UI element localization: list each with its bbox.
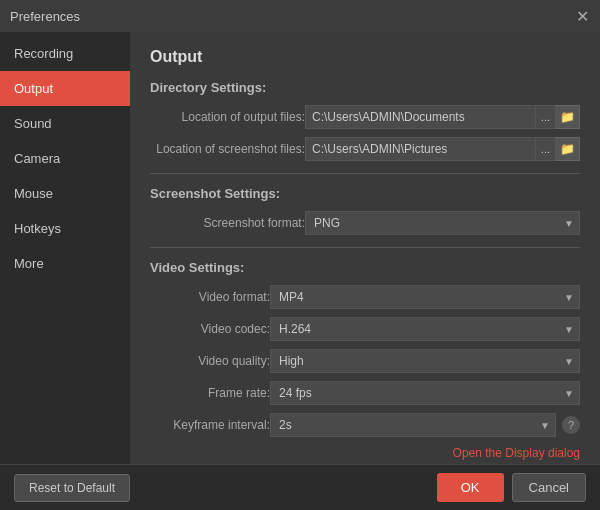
output-files-input-group: ... 📁 <box>305 105 580 129</box>
video-quality-select-wrapper: High Medium Low ▼ <box>270 349 580 373</box>
main-content: Recording Output Sound Camera Mouse Hotk… <box>0 32 600 464</box>
page-title: Output <box>150 48 580 66</box>
screenshot-format-label: Screenshot format: <box>150 216 305 230</box>
close-button[interactable]: ✕ <box>574 8 590 24</box>
frame-rate-row: Frame rate: 24 fps 30 fps 60 fps ▼ <box>150 381 580 405</box>
screenshot-format-select[interactable]: PNG JPG BMP <box>305 211 580 235</box>
reset-button[interactable]: Reset to Default <box>14 474 130 502</box>
screenshot-format-row: Screenshot format: PNG JPG BMP ▼ <box>150 211 580 235</box>
video-quality-row: Video quality: High Medium Low ▼ <box>150 349 580 373</box>
footer-right: OK Cancel <box>437 473 586 502</box>
video-codec-select-wrapper: H.264 H.265 VP9 ▼ <box>270 317 580 341</box>
ok-button[interactable]: OK <box>437 473 504 502</box>
screenshot-files-label: Location of screenshot files: <box>150 142 305 156</box>
screenshot-files-folder-button[interactable]: 📁 <box>556 137 580 161</box>
output-files-row: Location of output files: ... 📁 <box>150 105 580 129</box>
sidebar-item-sound[interactable]: Sound <box>0 106 130 141</box>
video-codec-row: Video codec: H.264 H.265 VP9 ▼ <box>150 317 580 341</box>
keyframe-select[interactable]: 2s 5s 10s <box>270 413 556 437</box>
display-dialog-link[interactable]: Open the Display dialog <box>453 446 580 460</box>
frame-rate-label: Frame rate: <box>150 386 270 400</box>
video-format-label: Video format: <box>150 290 270 304</box>
frame-rate-select-wrapper: 24 fps 30 fps 60 fps ▼ <box>270 381 580 405</box>
frame-rate-select[interactable]: 24 fps 30 fps 60 fps <box>270 381 580 405</box>
video-quality-label: Video quality: <box>150 354 270 368</box>
divider-2 <box>150 247 580 248</box>
keyframe-help-icon[interactable]: ? <box>562 416 580 434</box>
sidebar-item-hotkeys[interactable]: Hotkeys <box>0 211 130 246</box>
screenshot-files-input-group: ... 📁 <box>305 137 580 161</box>
output-files-label: Location of output files: <box>150 110 305 124</box>
content-area: Output Directory Settings: Location of o… <box>130 32 600 464</box>
screenshot-files-row: Location of screenshot files: ... 📁 <box>150 137 580 161</box>
display-dialog-link-row: Open the Display dialog <box>150 445 580 460</box>
directory-settings-title: Directory Settings: <box>150 80 580 95</box>
window-title: Preferences <box>10 9 80 24</box>
video-format-select[interactable]: MP4 AVI MOV <box>270 285 580 309</box>
video-codec-select[interactable]: H.264 H.265 VP9 <box>270 317 580 341</box>
video-format-select-wrapper: MP4 AVI MOV ▼ <box>270 285 580 309</box>
keyframe-row: Keyframe interval: 2s 5s 10s ▼ ? <box>150 413 580 437</box>
video-format-row: Video format: MP4 AVI MOV ▼ <box>150 285 580 309</box>
screenshot-format-select-wrapper: PNG JPG BMP ▼ <box>305 211 580 235</box>
output-files-input[interactable] <box>305 105 536 129</box>
keyframe-select-wrapper: 2s 5s 10s ▼ <box>270 413 556 437</box>
sidebar-item-more[interactable]: More <box>0 246 130 281</box>
divider-1 <box>150 173 580 174</box>
footer: Reset to Default OK Cancel <box>0 464 600 510</box>
sidebar-item-camera[interactable]: Camera <box>0 141 130 176</box>
sidebar: Recording Output Sound Camera Mouse Hotk… <box>0 32 130 464</box>
sidebar-item-mouse[interactable]: Mouse <box>0 176 130 211</box>
video-codec-label: Video codec: <box>150 322 270 336</box>
screenshot-files-dots-button[interactable]: ... <box>536 137 556 161</box>
keyframe-label: Keyframe interval: <box>150 418 270 432</box>
cancel-button[interactable]: Cancel <box>512 473 586 502</box>
screenshot-files-input[interactable] <box>305 137 536 161</box>
video-settings-title: Video Settings: <box>150 260 580 275</box>
preferences-window: Preferences ✕ Recording Output Sound Cam… <box>0 0 600 510</box>
output-files-folder-button[interactable]: 📁 <box>556 105 580 129</box>
sidebar-item-output[interactable]: Output <box>0 71 130 106</box>
sidebar-item-recording[interactable]: Recording <box>0 36 130 71</box>
titlebar: Preferences ✕ <box>0 0 600 32</box>
output-files-dots-button[interactable]: ... <box>536 105 556 129</box>
screenshot-settings-title: Screenshot Settings: <box>150 186 580 201</box>
video-quality-select[interactable]: High Medium Low <box>270 349 580 373</box>
